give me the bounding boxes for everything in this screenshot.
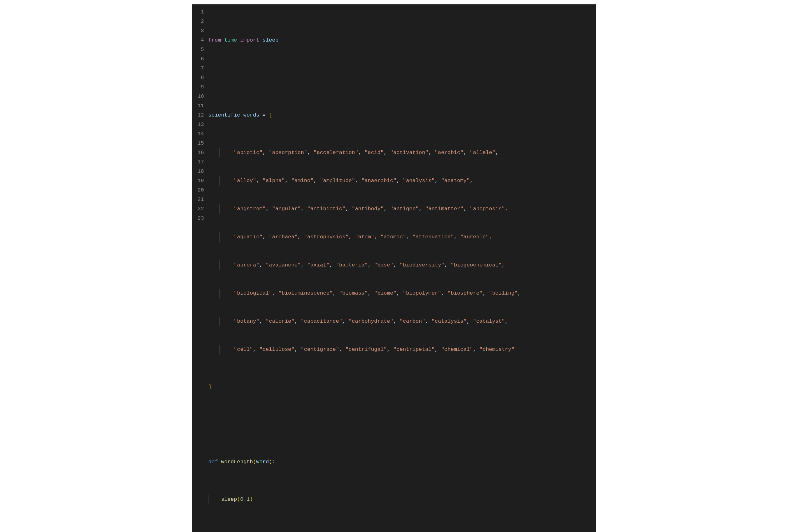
line-number: 2 xyxy=(198,17,204,26)
line-number: 16 xyxy=(198,148,204,158)
line-number: 18 xyxy=(198,167,204,176)
line-number-gutter: 1 2 3 4 5 6 7 8 9 10 11 12 13 14 15 16 1… xyxy=(192,6,208,532)
code-line[interactable]: "aurora", "avalanche", "axial", "bacteri… xyxy=(208,261,521,270)
line-number: 11 xyxy=(198,101,204,110)
code-line[interactable] xyxy=(208,73,521,82)
line-number: 8 xyxy=(198,73,204,82)
line-number: 5 xyxy=(198,45,204,54)
line-number: 13 xyxy=(198,120,204,129)
code-editor[interactable]: 1 2 3 4 5 6 7 8 9 10 11 12 13 14 15 16 1… xyxy=(192,4,596,532)
line-number: 19 xyxy=(198,176,204,186)
line-number: 4 xyxy=(198,36,204,45)
code-line[interactable]: "angstrom", "angular", "antibiotic", "an… xyxy=(208,204,521,214)
line-number: 9 xyxy=(198,82,204,92)
line-number: 14 xyxy=(198,129,204,139)
code-line[interactable]: "cell", "cellulose", "centigrade", "cent… xyxy=(208,345,521,354)
code-content[interactable]: from time import sleep scientific_words … xyxy=(208,6,523,532)
line-number: 12 xyxy=(198,110,204,120)
code-line[interactable]: ] xyxy=(208,382,521,392)
line-number: 21 xyxy=(198,195,204,204)
line-number: 17 xyxy=(198,158,204,167)
line-number: 7 xyxy=(198,64,204,73)
code-line[interactable]: sleep(0.1) xyxy=(208,495,521,504)
code-line[interactable]: scientific_words = [ xyxy=(208,110,521,120)
line-number: 20 xyxy=(198,186,204,195)
line-number: 3 xyxy=(198,26,204,36)
line-number: 1 xyxy=(198,7,204,17)
code-line[interactable]: "biological", "bioluminescence", "biomas… xyxy=(208,289,521,298)
line-number: 6 xyxy=(198,54,204,64)
line-number: 23 xyxy=(198,214,204,223)
code-line[interactable]: from time import sleep xyxy=(208,36,521,45)
code-line[interactable]: "botany", "calorie", "capacitance", "car… xyxy=(208,317,521,326)
code-line[interactable]: def wordLength(word): xyxy=(208,457,521,467)
line-number: 10 xyxy=(198,92,204,101)
line-number: 15 xyxy=(198,139,204,148)
code-line[interactable]: "abiotic", "absorption", "acceleration",… xyxy=(208,148,521,158)
code-line[interactable] xyxy=(208,420,521,429)
line-number: 22 xyxy=(198,204,204,214)
code-line[interactable]: "aquatic", "archaea", "astrophysics", "a… xyxy=(208,232,521,242)
code-line[interactable]: "alloy", "alpha", "amino", "amplitude", … xyxy=(208,176,521,186)
